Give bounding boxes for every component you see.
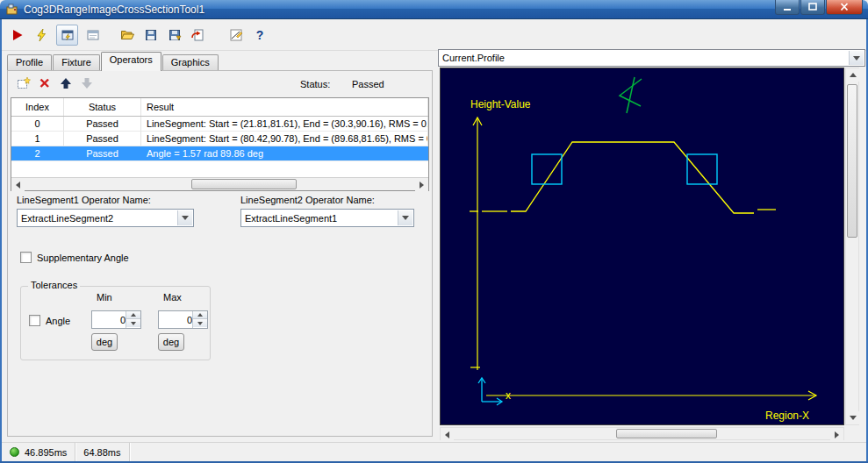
move-down-button[interactable] [80,76,94,90]
add-operator-button[interactable] [17,76,31,90]
operators-tab-page: Status: Passed Index Status Result 0 Pas… [7,70,433,437]
y-axis-label: Height-Value [470,98,531,110]
close-button[interactable] [826,0,863,15]
spinner-down-button[interactable] [126,319,140,327]
table-row-selected[interactable]: 2 Passed Angle = 1.57 rad 89.86 deg [11,146,428,161]
status-ok-icon [10,447,19,457]
spinner-up-button[interactable] [193,311,207,319]
column-header-index[interactable]: Index [11,98,64,116]
min-spinner [91,310,141,329]
lightning-icon [34,28,48,42]
help-icon: ? [256,28,264,42]
tab-profile[interactable]: Profile [7,54,52,71]
scroll-thumb[interactable] [616,429,717,438]
maximize-button[interactable] [800,0,825,15]
result-time: 64.88ms [83,447,120,458]
results-window-button[interactable] [84,26,102,44]
minimize-button[interactable] [775,0,800,15]
save-as-button[interactable] [166,26,183,44]
origin-x-label: x [506,389,511,402]
arrow-down-icon [850,416,857,420]
run-button[interactable] [9,26,26,44]
min-label: Min [97,292,112,303]
tool-window-icon [61,28,75,42]
arrow-right-icon [420,182,424,189]
chevron-down-icon[interactable] [177,210,192,225]
angle-checkbox[interactable] [29,315,40,326]
angle-label: Angle [46,316,70,326]
result-time-cell: 64.88ms [75,443,129,461]
import-button[interactable] [190,26,207,44]
status-value: Passed [352,79,384,89]
max-label: Max [163,292,182,303]
scroll-thumb[interactable] [847,84,857,238]
annotate-button[interactable] [227,26,245,44]
scroll-thumb[interactable] [191,179,297,189]
save-as-icon [168,28,182,42]
column-header-status[interactable]: Status [64,98,141,116]
scroll-left-button[interactable] [441,428,454,441]
window-title: Cog3DRangeImageCrossSectionTool1 [24,4,204,16]
table-row[interactable]: 1 Passed LineSegment: Start = (80.42,90.… [11,132,428,146]
open-button[interactable] [118,26,136,44]
max-input[interactable] [159,311,192,328]
origin-axes-icon [478,378,502,405]
linesegment1-combobox[interactable]: ExtractLineSegment2 [17,209,194,227]
supplementary-angle-label: Supplementary Angle [37,253,129,263]
max-spinner [158,310,208,329]
spinner-down-button[interactable] [193,319,207,327]
tab-strip: Profile Fixture Operators Graphics [7,53,219,71]
live-run-button[interactable] [32,26,50,44]
run-icon [11,28,25,42]
title-bar[interactable]: Cog3DRangeImageCrossSectionTool1 [0,0,868,19]
table-row[interactable]: 0 Passed LineSegment: Start = (21.81,81.… [11,117,428,132]
execution-time-cell: 46.895ms [2,443,75,461]
display-selector-combobox[interactable]: Current.Profile [438,49,865,67]
maximize-icon [806,1,820,13]
chevron-down-icon[interactable] [398,210,412,225]
spinner-up-button[interactable] [126,311,140,319]
tab-fixture[interactable]: Fixture [53,54,100,71]
import-icon [191,28,205,42]
scroll-right-button[interactable] [830,428,843,441]
scroll-left-button[interactable] [11,178,25,191]
table-header: Index Status Result [11,98,428,117]
execution-time: 46.895ms [25,447,67,458]
open-folder-icon [120,28,135,42]
x-axis-label: Region-X [765,410,809,422]
close-icon [837,1,851,13]
arrow-down-icon [197,322,203,325]
linesegment2-combobox[interactable]: ExtractLineSegment1 [240,209,414,227]
canvas-hscrollbar[interactable] [440,427,844,440]
move-up-button[interactable] [59,76,73,90]
tab-operators[interactable]: Operators [101,52,161,71]
angle-marker-icon [620,77,642,113]
max-unit-button[interactable]: deg [158,333,184,351]
arrow-up-icon [131,313,136,317]
min-input[interactable] [92,311,126,328]
delete-operator-button[interactable] [38,76,52,90]
linesegment2-label: LineSegment2 Operator Name: [240,195,375,205]
supplementary-angle-checkbox[interactable] [20,252,32,263]
profile-canvas[interactable]: Height-Value Region-X x [440,68,844,425]
help-button[interactable]: ? [251,26,269,44]
arrow-right-icon [835,431,839,438]
minimize-icon [780,1,794,13]
column-header-result[interactable]: Result [141,98,428,116]
panel-splitter[interactable] [434,49,438,440]
table-hscrollbar[interactable] [11,177,428,190]
chevron-down-icon[interactable] [849,51,864,65]
arrow-left-icon [16,182,20,189]
tolerances-groupbox: Tolerances Min Max Angle deg deg [20,286,211,360]
profile-plot: Height-Value Region-X x [441,68,843,424]
main-toolbar: ? [0,19,868,51]
canvas-vscrollbar[interactable] [845,68,859,425]
scroll-right-button[interactable] [415,178,428,191]
tool-window-button[interactable] [56,25,78,46]
min-unit-button[interactable]: deg [91,333,118,351]
save-button[interactable] [142,26,160,44]
status-label: Status: [300,79,330,89]
scroll-up-button[interactable] [846,68,859,82]
scroll-down-button[interactable] [846,411,859,424]
tab-graphics[interactable]: Graphics [162,54,219,71]
